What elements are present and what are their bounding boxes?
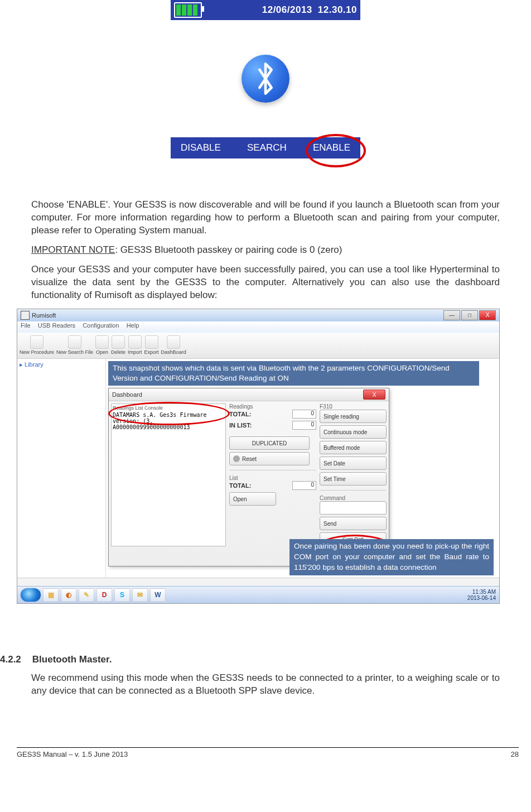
paragraph-3: We recommend using this mode when the GE… [31,672,500,698]
tb-dashboard[interactable]: DashBoard [161,335,186,355]
enable-button[interactable]: ENABLE [313,142,350,153]
section-heading: 4.2.2Bluetooth Master. [31,654,500,665]
duplicated-button[interactable]: DUPLICATED [229,436,310,450]
menu-help[interactable]: Help [127,322,139,329]
list-total-label: TOTAL: [229,482,251,489]
battery-icon [174,2,202,18]
total-label: TOTAL: [229,411,251,417]
tb-export[interactable]: Export [144,335,159,355]
command-input[interactable] [320,501,387,515]
dashboard-title: Dashboard [112,391,142,398]
tb-open[interactable]: Open [95,335,109,355]
console-line-2: A0000000999000000000013 [113,424,224,430]
device-screenshot: 12/06/2013 12.30.10 DISABLE SEARCH ENABL… [171,0,360,158]
list-label: List [229,475,316,481]
buffered-mode-button[interactable]: Buffered mode [320,441,387,454]
open-button[interactable]: Open [229,492,276,506]
menu-file[interactable]: File [21,322,31,329]
inlist-value: 0 [292,421,316,430]
task-firefox[interactable]: ◐ [61,588,76,602]
tb-new-procedure[interactable]: New Procedure [20,335,54,355]
send-button[interactable]: Send [320,517,387,530]
tray-date: 2013-06-14 [467,595,496,601]
menu-usb[interactable]: USB Readers [38,322,75,329]
footer-page: 28 [511,750,519,758]
search-button[interactable]: SEARCH [247,142,287,153]
paragraph-1: Choose 'ENABLE'. Your GES3S is now disco… [31,199,500,237]
sidebar-library[interactable]: ▸ Library [17,359,106,578]
callout-bottom: Once pairing has been done you need to p… [289,539,494,575]
task-outlook[interactable]: ✉ [132,588,148,602]
heading-number: 4.2.2 [0,654,21,665]
dashboard-close[interactable]: X [363,390,385,400]
page-footer: GES3S Manual – v. 1.5 June 2013 28 [17,747,519,758]
command-label: Command [320,495,387,501]
list-total-value: 0 [292,481,316,490]
taskbar: ▦ ◐ ✎ D S ✉ W 11:35 AM 2013-06-14 [17,586,499,603]
console-tabs[interactable]: Readings List Console [113,405,224,411]
statusbar [17,578,499,586]
task-explorer[interactable]: ▦ [43,588,59,602]
important-note: IMPORTANT NOTE: GES3S Bluetooth passkey … [31,244,500,257]
menubar: File USB Readers Configuration Help [17,321,499,333]
f310-label: F310 [320,403,387,410]
tb-new-search[interactable]: New Search File [56,335,93,355]
heading-title: Bluetooth Master. [32,654,112,665]
set-date-button[interactable]: Set Date [320,457,387,470]
device-time: 12.30.10 [318,4,357,16]
bluetooth-icon [242,55,289,103]
set-time-button[interactable]: Set Time [320,472,387,486]
tb-delete[interactable]: Delete [111,335,125,355]
console-line-1: DATAMARS s.A. Ges3s Firmware version: (3… [113,412,224,424]
minimize-button[interactable]: — [443,310,460,320]
inlist-label: IN LIST: [229,422,252,429]
task-skype[interactable]: S [114,588,130,602]
start-button[interactable] [21,588,41,602]
readings-label: Readings [229,403,316,410]
task-d[interactable]: D [96,588,112,602]
task-notes[interactable]: ✎ [79,588,94,602]
device-date: 12/06/2013 [262,4,312,16]
menu-config[interactable]: Configuration [83,322,119,329]
close-button[interactable]: X [479,310,496,320]
toolbar: New Procedure New Search File Open Delet… [17,333,499,359]
paragraph-2: Once your GES3S and your computer have b… [31,263,500,302]
reset-button[interactable]: Reset [229,452,310,465]
system-tray: 11:35 AM 2013-06-14 [467,589,496,601]
important-note-text: : GES3S Bluetooth passkey or pairing cod… [115,244,342,255]
app-title: Rumisoft [32,312,56,319]
footer-left: GES3S Manual – v. 1.5 June 2013 [17,750,128,758]
tb-import[interactable]: Import [128,335,142,355]
maximize-button[interactable]: □ [461,310,478,320]
tray-time: 11:35 AM [467,589,496,595]
total-value: 0 [292,410,316,419]
callout-top: This snapshot shows which data is sent v… [108,361,479,386]
console-panel: Readings List Console DATAMARS s.A. Ges3… [111,403,226,546]
continuous-mode-button[interactable]: Continuous mode [320,425,387,439]
important-note-label: IMPORTANT NOTE [31,244,115,255]
single-reading-button[interactable]: Single reading [320,410,387,423]
disable-button[interactable]: DISABLE [181,142,221,153]
app-icon [21,311,30,320]
rumisoft-screenshot: Rumisoft — □ X File USB Readers Configur… [17,309,500,604]
task-word[interactable]: W [150,588,166,602]
